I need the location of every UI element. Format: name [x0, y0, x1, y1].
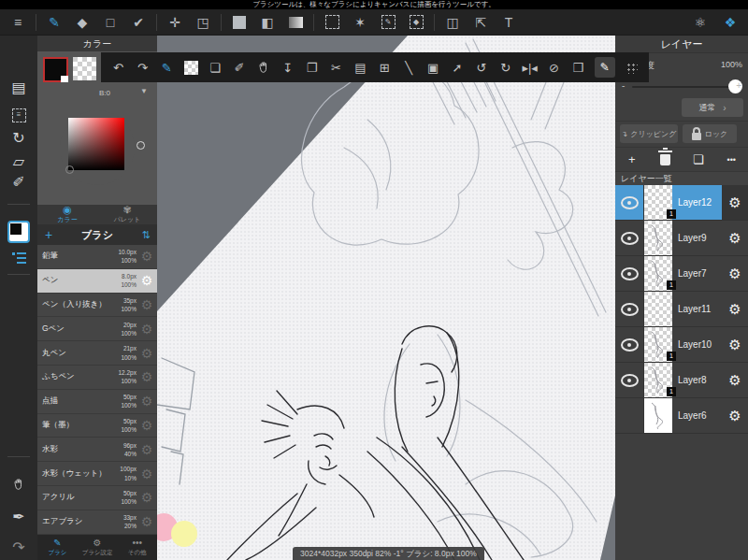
- layer-copy-icon[interactable]: ❏: [208, 58, 223, 77]
- add-brush-button[interactable]: +: [37, 227, 60, 242]
- opacity-plus-button[interactable]: +: [736, 80, 741, 91]
- duplicate-layer-button[interactable]: ❏: [687, 151, 710, 169]
- layer-visibility-toggle[interactable]: [615, 185, 644, 220]
- layer-settings-icon[interactable]: ⚙: [722, 327, 748, 362]
- color-tab-カラー[interactable]: ◉カラー: [37, 205, 97, 224]
- transform-tool-icon[interactable]: ◳: [194, 14, 211, 31]
- layer-row-Layer6[interactable]: Layer6⚙: [615, 398, 748, 434]
- brush-row[interactable]: アクリル50px100%⚙: [37, 486, 157, 510]
- brush-row[interactable]: 筆（墨）50px100%⚙: [37, 414, 157, 438]
- delete-layer-button[interactable]: [654, 151, 676, 169]
- snap-frame-icon[interactable]: ▣: [425, 58, 441, 77]
- save-icon[interactable]: ↧: [280, 58, 295, 77]
- select-rect-tool-icon[interactable]: [324, 14, 340, 31]
- layer-visibility-toggle[interactable]: [615, 327, 644, 362]
- panel-tab-ブラシ設定[interactable]: ⚙ブラシ設定: [78, 535, 118, 560]
- clipping-button[interactable]: ↴ クリッピング: [620, 124, 678, 143]
- layer-settings-icon[interactable]: ⚙: [722, 363, 748, 397]
- flip-horizontal-icon[interactable]: ▸|◂: [522, 58, 538, 77]
- panel-divide-tool-icon[interactable]: ◫: [444, 14, 461, 31]
- brush-row[interactable]: Gペン20px100%⚙: [37, 317, 157, 341]
- brush-settings-icon[interactable]: ⚙: [137, 249, 157, 264]
- color-panel-toggle[interactable]: [0, 221, 37, 243]
- layers-toggle-icon[interactable]: ❖: [722, 14, 739, 31]
- brush-row[interactable]: 水彩（ウェット）100px10%⚙: [37, 462, 157, 486]
- redo-icon[interactable]: ↷: [0, 537, 37, 559]
- paste-icon[interactable]: ▤: [352, 58, 368, 77]
- sv-marker[interactable]: [65, 165, 74, 174]
- sort-brushes-icon[interactable]: ⇅: [135, 229, 157, 241]
- dot-pen-tool-icon[interactable]: ✔: [130, 14, 147, 31]
- layer-settings-icon[interactable]: ⚙: [722, 292, 748, 326]
- export-icon[interactable]: ➚: [449, 58, 465, 77]
- more-layer-button[interactable]: •••: [720, 151, 742, 169]
- undo-icon[interactable]: ↶: [110, 58, 126, 77]
- foreground-color-swatch[interactable]: [43, 57, 68, 82]
- transparent-color-swatch[interactable]: [73, 57, 96, 80]
- brush-settings-icon[interactable]: ⚙: [137, 297, 157, 312]
- rotate-left-icon[interactable]: ↺: [473, 58, 489, 77]
- canvas-surface[interactable]: 3024*4032px 350dpi 82% -1° ブラシ: 8.0px 10…: [157, 36, 615, 560]
- panel-tab-ブラシ[interactable]: ✎ブラシ: [37, 535, 78, 560]
- menu-icon[interactable]: ≡: [9, 14, 26, 31]
- brush-settings-icon[interactable]: ⚙: [137, 322, 157, 337]
- material-stamp-icon[interactable]: ❒: [570, 58, 586, 77]
- panel-tab-その他[interactable]: •••その他: [117, 535, 157, 560]
- layer-visibility-toggle[interactable]: [615, 363, 644, 397]
- rotate-right-icon[interactable]: ↻: [497, 58, 513, 77]
- add-layer-button[interactable]: +: [621, 151, 643, 169]
- select-eraser-tool-icon[interactable]: ◆: [408, 14, 424, 31]
- layer-settings-icon[interactable]: ⚙: [722, 256, 748, 291]
- text-tool-icon[interactable]: T: [500, 14, 517, 31]
- select-menu-icon[interactable]: ≡: [0, 104, 37, 126]
- ruler-icon[interactable]: ▱: [0, 151, 37, 173]
- layer-visibility-toggle[interactable]: [615, 256, 644, 291]
- split-grid-icon[interactable]: ⊞: [377, 58, 393, 77]
- layer-row-Layer11[interactable]: Layer11⚙: [615, 292, 748, 327]
- cut-icon[interactable]: ✂: [328, 58, 344, 77]
- color-tab-パレット[interactable]: ✾パレット: [97, 205, 157, 224]
- rotate-reset-icon[interactable]: ↻: [0, 127, 37, 150]
- brush-settings-icon[interactable]: ⚙: [137, 346, 157, 361]
- brush-row[interactable]: 点描50px100%⚙: [37, 390, 157, 414]
- duplicate-icon[interactable]: ❐: [304, 58, 320, 77]
- layer-thumbnail[interactable]: 1: [644, 327, 672, 362]
- layer-visibility-toggle[interactable]: [615, 398, 644, 433]
- layer-row-Layer7[interactable]: 1Layer7⚙: [615, 256, 748, 292]
- brush-settings-icon[interactable]: ⚙: [137, 273, 157, 288]
- brush-row[interactable]: エアブラシ33px20%⚙: [37, 510, 157, 535]
- layer-visibility-toggle[interactable]: [615, 221, 644, 255]
- layer-row-Layer8[interactable]: 1Layer8⚙: [615, 363, 748, 398]
- snap-off-icon[interactable]: ⊘: [546, 58, 562, 77]
- layer-settings-icon[interactable]: ⚙: [722, 221, 748, 255]
- brush-settings-icon[interactable]: ⚙: [137, 467, 157, 481]
- eyedropper-tool-icon[interactable]: ✒: [0, 506, 37, 528]
- brush-settings-icon[interactable]: ⚙: [137, 490, 157, 505]
- layer-thumbnail[interactable]: 1: [644, 256, 672, 291]
- brush-settings-icon[interactable]: ⚙: [137, 418, 157, 433]
- layer-visibility-toggle[interactable]: [615, 292, 644, 326]
- layer-settings-icon[interactable]: ⚙: [722, 185, 748, 220]
- redo-icon[interactable]: ↷: [135, 58, 151, 77]
- layer-row-Layer12[interactable]: 1Layer12⚙: [615, 185, 748, 221]
- select-pen-tool-icon[interactable]: ✎: [380, 14, 396, 31]
- layer-row-Layer10[interactable]: 1Layer10⚙: [615, 327, 748, 363]
- layer-settings-icon[interactable]: ⚙: [722, 398, 748, 433]
- hand-icon[interactable]: [255, 58, 271, 77]
- saturation-value-picker[interactable]: [68, 118, 124, 170]
- layer-thumbnail[interactable]: [644, 221, 672, 255]
- brush-settings-icon[interactable]: ⚙: [137, 514, 157, 529]
- gradient-tool-icon[interactable]: [287, 14, 304, 31]
- brush-row[interactable]: ペン8.0px100%⚙: [37, 269, 157, 294]
- layer-thumbnail[interactable]: [644, 292, 672, 326]
- brush-row[interactable]: 丸ペン21px100%⚙: [37, 341, 157, 366]
- hue-marker[interactable]: [137, 141, 145, 150]
- lock-button[interactable]: ロック: [683, 124, 737, 143]
- transparent-color-icon[interactable]: [183, 58, 199, 77]
- brush-panel-toggle[interactable]: [0, 247, 37, 269]
- layer-thumbnail[interactable]: 1: [644, 185, 672, 220]
- eraser-tool-icon[interactable]: ◆: [74, 14, 91, 31]
- brush-row[interactable]: 鉛筆10.0px100%⚙: [37, 245, 157, 269]
- shape-tool-icon[interactable]: □: [102, 14, 119, 31]
- brush-settings-icon[interactable]: ⚙: [137, 442, 157, 457]
